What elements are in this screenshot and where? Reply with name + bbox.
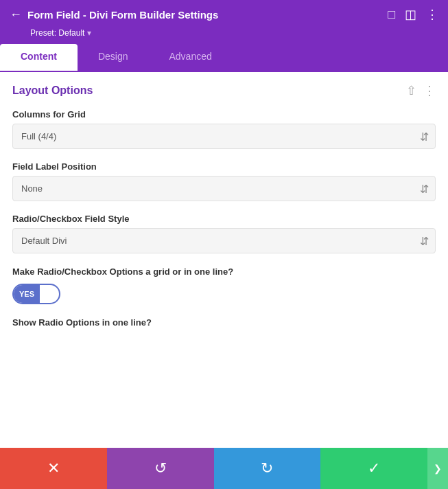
bottom-bar: ✕ ↺ ↻ ✓ ❯	[0, 448, 448, 489]
back-button[interactable]: ←	[10, 8, 22, 22]
redo-icon: ↻	[261, 459, 273, 477]
expand-icon[interactable]: □	[388, 8, 395, 22]
cancel-button[interactable]: ✕	[0, 448, 107, 489]
preset-row: Preset: Default ▾	[0, 26, 448, 44]
radio-checkbox-style-group: Radio/Checkbox Field Style Default Divi …	[12, 214, 436, 253]
main-content: Layout Options ⇧ ⋮ Columns for Grid Full…	[0, 72, 448, 420]
tab-design[interactable]: Design	[78, 44, 149, 71]
toggle-knob	[41, 286, 58, 302]
header-icons: □ ◫ ⋮	[388, 7, 438, 22]
section-header: Layout Options ⇧ ⋮	[12, 83, 436, 98]
field-label-position-select-wrapper: None Above Below Inline ⇵	[12, 176, 436, 201]
section-header-icons: ⇧ ⋮	[406, 83, 436, 98]
reset-button[interactable]: ↺	[107, 448, 214, 489]
section-more-icon[interactable]: ⋮	[423, 83, 436, 98]
show-radio-group: Show Radio Options in one line?	[12, 317, 436, 329]
columns-select-wrapper: Full (4/4) 3/4 2/4 1/4 ⇵	[12, 124, 436, 149]
radio-checkbox-style-select-wrapper: Default Divi Custom ⇵	[12, 228, 436, 253]
radio-checkbox-style-select[interactable]: Default Divi Custom	[12, 228, 436, 253]
reset-icon: ↺	[154, 459, 167, 477]
columns-select[interactable]: Full (4/4) 3/4 2/4 1/4	[12, 124, 436, 149]
preset-value: Default	[58, 28, 84, 38]
grid-or-line-question: Make Radio/Checkbox Options a grid or in…	[12, 266, 436, 278]
columns-label: Columns for Grid	[12, 109, 436, 120]
preset-selector[interactable]: Preset: Default ▾	[30, 28, 91, 38]
radio-checkbox-style-label: Radio/Checkbox Field Style	[12, 214, 436, 224]
field-label-position-group: Field Label Position None Above Below In…	[12, 161, 436, 201]
more-icon[interactable]: ⋮	[426, 7, 438, 22]
section-title: Layout Options	[12, 84, 93, 97]
field-label-position-select[interactable]: None Above Below Inline	[12, 176, 436, 201]
save-button[interactable]: ✓	[320, 448, 427, 489]
extra-icon: ❯	[434, 463, 442, 474]
columns-field-group: Columns for Grid Full (4/4) 3/4 2/4 1/4 …	[12, 109, 436, 149]
redo-button[interactable]: ↻	[214, 448, 321, 489]
toggle-wrapper: YES	[12, 284, 436, 304]
tab-advanced[interactable]: Advanced	[148, 44, 232, 71]
tabs-bar: Content Design Advanced	[0, 44, 448, 72]
header-title: Form Field - Divi Form Builder Settings	[27, 9, 218, 21]
cancel-icon: ✕	[47, 459, 60, 477]
header-left: ← Form Field - Divi Form Builder Setting…	[10, 8, 218, 22]
collapse-icon[interactable]: ⇧	[406, 83, 416, 98]
grid-or-line-group: Make Radio/Checkbox Options a grid or in…	[12, 266, 436, 304]
toggle-yes-label: YES	[14, 285, 40, 303]
extra-button[interactable]: ❯	[427, 448, 448, 489]
sidebar-icon[interactable]: ◫	[405, 7, 416, 22]
header: ← Form Field - Divi Form Builder Setting…	[0, 0, 448, 26]
grid-or-line-toggle[interactable]: YES	[12, 284, 60, 304]
tab-content[interactable]: Content	[0, 44, 78, 71]
field-label-position-label: Field Label Position	[12, 161, 436, 172]
save-icon: ✓	[368, 459, 380, 477]
preset-label-text: Preset:	[30, 28, 58, 38]
show-radio-label: Show Radio Options in one line?	[12, 317, 436, 329]
